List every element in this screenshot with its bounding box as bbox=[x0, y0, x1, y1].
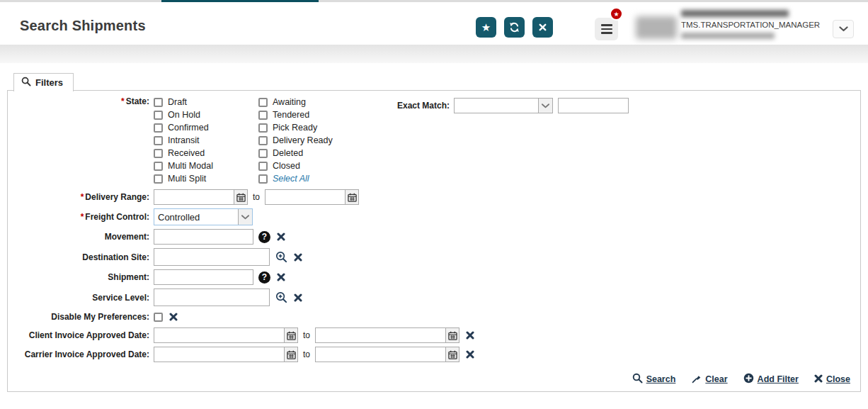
checkbox[interactable] bbox=[258, 162, 268, 171]
freight-control-value: Controlled bbox=[154, 209, 238, 225]
plus-circle-icon bbox=[743, 373, 754, 386]
user-avatar-redacted bbox=[636, 16, 677, 39]
exact-match-label: Exact Match: bbox=[397, 101, 450, 111]
freight-control-label: *Freight Control: bbox=[8, 212, 154, 222]
clear-link[interactable]: Clear bbox=[691, 373, 727, 386]
checkbox[interactable] bbox=[258, 111, 268, 120]
exact-match-input[interactable] bbox=[558, 98, 629, 113]
checkbox[interactable] bbox=[154, 162, 163, 171]
clear-field-icon[interactable] bbox=[169, 313, 178, 321]
service-level-label: Service Level: bbox=[8, 293, 154, 303]
state-checkbox-closed[interactable]: Closed bbox=[258, 159, 333, 172]
state-column-2: Awaiting Tendered Pick Ready Delivery Re… bbox=[258, 96, 333, 185]
state-checkbox-deleted[interactable]: Deleted bbox=[258, 147, 333, 159]
chevron-down-icon[interactable] bbox=[538, 99, 552, 113]
state-checkbox-pick-ready[interactable]: Pick Ready bbox=[258, 121, 333, 134]
checkbox[interactable] bbox=[154, 98, 163, 107]
filters-panel: Filters *State: Draft On Hold Confirmed … bbox=[7, 90, 861, 392]
user-menu-dropdown-button[interactable] bbox=[833, 20, 854, 38]
state-checkbox-multi-modal[interactable]: Multi Modal bbox=[154, 159, 258, 172]
calendar-icon[interactable] bbox=[284, 347, 298, 362]
shipment-input[interactable] bbox=[154, 269, 253, 285]
clear-field-icon[interactable] bbox=[466, 331, 474, 340]
freight-control-select[interactable]: Controlled bbox=[154, 208, 253, 225]
page-header: Search Shipments ★ bbox=[0, 2, 868, 45]
chevron-down-icon bbox=[839, 24, 848, 34]
panel-footer-actions: Search Clear Add Filter Close bbox=[632, 373, 850, 386]
calendar-icon[interactable] bbox=[234, 189, 248, 205]
lookup-magnifier-icon[interactable] bbox=[275, 291, 287, 303]
close-page-button[interactable] bbox=[532, 17, 553, 38]
checkbox[interactable] bbox=[154, 136, 163, 145]
state-checkbox-intransit[interactable]: Intransit bbox=[154, 134, 258, 147]
state-checkbox-on-hold[interactable]: On Hold bbox=[154, 108, 258, 121]
checkbox[interactable] bbox=[258, 149, 268, 158]
client-invoice-to-input[interactable] bbox=[315, 327, 446, 343]
clear-field-icon[interactable] bbox=[277, 232, 285, 241]
required-marker: * bbox=[121, 96, 125, 106]
search-link[interactable]: Search bbox=[632, 373, 676, 386]
carrier-invoice-approved-date-row: Carrier Invoice Approved Date: to bbox=[8, 347, 860, 362]
lookup-magnifier-icon[interactable] bbox=[275, 251, 287, 263]
movement-label: Movement: bbox=[8, 232, 154, 242]
state-column-1: Draft On Hold Confirmed Intransit Receiv… bbox=[154, 96, 258, 185]
calendar-icon[interactable] bbox=[445, 347, 459, 362]
close-link[interactable]: Close bbox=[814, 374, 850, 385]
delivery-range-from-input[interactable] bbox=[154, 189, 234, 205]
checkbox[interactable] bbox=[258, 174, 268, 184]
calendar-icon[interactable] bbox=[345, 189, 359, 205]
state-select-all-link[interactable]: Select All bbox=[258, 172, 333, 185]
movement-input[interactable] bbox=[154, 229, 253, 245]
delivery-range-to-input[interactable] bbox=[265, 189, 346, 205]
clear-field-icon[interactable] bbox=[294, 253, 302, 262]
help-icon[interactable]: ? bbox=[258, 271, 270, 284]
chevron-down-icon[interactable] bbox=[238, 209, 252, 225]
carrier-invoice-to-input[interactable] bbox=[315, 347, 446, 362]
service-level-input[interactable] bbox=[154, 288, 270, 306]
refresh-button[interactable] bbox=[504, 17, 525, 38]
state-label: *State: bbox=[8, 96, 154, 106]
clear-field-icon[interactable] bbox=[466, 350, 474, 359]
calendar-icon[interactable] bbox=[284, 327, 298, 343]
tab-filters[interactable]: Filters bbox=[13, 73, 74, 91]
state-checkbox-received[interactable]: Received bbox=[154, 147, 258, 159]
favorite-button[interactable]: ★ bbox=[476, 17, 496, 38]
movement-row: Movement: ? bbox=[8, 229, 860, 245]
disable-preferences-checkbox[interactable] bbox=[154, 313, 163, 322]
search-icon bbox=[21, 77, 31, 89]
state-checkbox-draft[interactable]: Draft bbox=[154, 96, 258, 108]
state-checkbox-multi-split[interactable]: Multi Split bbox=[154, 172, 258, 185]
range-to-label: to bbox=[253, 192, 260, 202]
help-icon[interactable]: ? bbox=[258, 231, 270, 243]
page-title: Search Shipments bbox=[20, 18, 146, 34]
checkbox[interactable] bbox=[154, 149, 163, 158]
checkbox[interactable] bbox=[258, 123, 268, 133]
checkbox[interactable] bbox=[154, 123, 163, 133]
destination-site-input[interactable] bbox=[154, 248, 270, 266]
hamburger-menu-button[interactable] bbox=[595, 18, 618, 40]
state-checkbox-tendered[interactable]: Tendered bbox=[258, 108, 333, 121]
state-checkbox-confirmed[interactable]: Confirmed bbox=[154, 121, 258, 134]
delivery-range-label: *Delivery Range: bbox=[8, 192, 154, 202]
x-icon bbox=[814, 374, 823, 385]
carrier-invoice-from-input[interactable] bbox=[154, 347, 285, 362]
client-invoice-from-input[interactable] bbox=[154, 327, 285, 343]
add-filter-link[interactable]: Add Filter bbox=[743, 373, 799, 386]
service-level-row: Service Level: bbox=[8, 288, 860, 306]
filters-form: *State: Draft On Hold Confirmed Intransi… bbox=[8, 91, 860, 391]
clear-field-icon[interactable] bbox=[294, 293, 302, 302]
carrier-invoice-approved-date-label: Carrier Invoice Approved Date: bbox=[8, 349, 154, 359]
brush-icon bbox=[691, 373, 702, 386]
user-info[interactable]: TMS.TRANSPORTATION_MANAGER bbox=[681, 10, 823, 39]
state-checkbox-delivery-ready[interactable]: Delivery Ready bbox=[258, 134, 333, 147]
badge-star-icon: ★ bbox=[613, 11, 619, 18]
checkbox[interactable] bbox=[154, 111, 163, 120]
state-checkbox-awaiting[interactable]: Awaiting bbox=[258, 96, 333, 108]
exact-match-select[interactable] bbox=[454, 98, 553, 113]
star-icon: ★ bbox=[481, 22, 491, 33]
checkbox[interactable] bbox=[258, 98, 268, 107]
checkbox[interactable] bbox=[154, 174, 163, 184]
checkbox[interactable] bbox=[258, 136, 268, 145]
clear-field-icon[interactable] bbox=[277, 273, 285, 281]
calendar-icon[interactable] bbox=[445, 327, 459, 343]
